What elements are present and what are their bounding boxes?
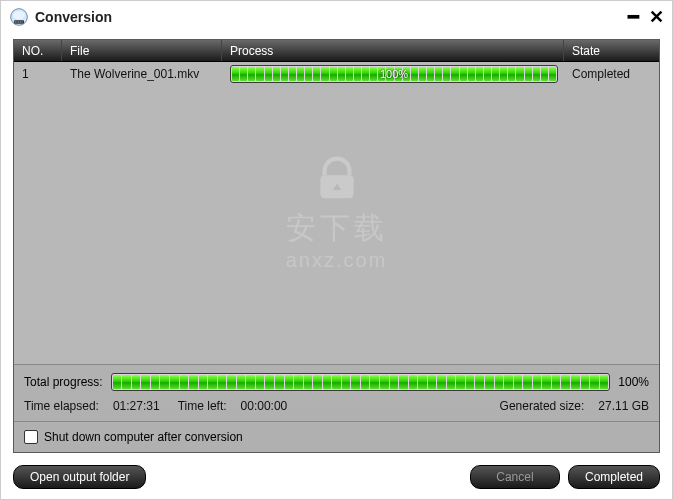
svg-rect-6	[20, 21, 21, 23]
elapsed-label: Time elapsed:	[24, 399, 99, 413]
bottom-info: Total progress: 100% Time elapsed:01:27:…	[14, 364, 659, 421]
cell-no: 1	[14, 67, 62, 81]
svg-rect-7	[22, 21, 23, 23]
table-body: 1 The Wolverine_001.mkv 100% Completed 安…	[14, 62, 659, 364]
row-progress-bar: 100%	[230, 65, 558, 83]
header-process[interactable]: Process	[222, 40, 564, 61]
total-progress-fill	[112, 374, 610, 390]
spacer	[154, 465, 462, 489]
header-no[interactable]: NO.	[14, 40, 62, 61]
timeleft-label: Time left:	[178, 399, 227, 413]
timeleft-value: 00:00:00	[241, 399, 288, 413]
table-row[interactable]: 1 The Wolverine_001.mkv 100% Completed	[14, 62, 659, 86]
completed-button[interactable]: Completed	[568, 465, 660, 489]
svg-point-1	[13, 11, 25, 19]
window-title: Conversion	[35, 9, 628, 25]
watermark-text-en: anxz.com	[286, 249, 388, 272]
table-header: NO. File Process State	[14, 40, 659, 62]
close-button[interactable]: ✕	[649, 10, 664, 24]
app-icon	[9, 7, 29, 27]
watermark: 安下载 anxz.com	[286, 155, 388, 272]
header-state[interactable]: State	[564, 40, 659, 61]
time-info-line: Time elapsed:01:27:31 Time left:00:00:00…	[24, 399, 649, 413]
total-progress-line: Total progress: 100%	[24, 373, 649, 391]
total-progress-label: Total progress:	[24, 375, 103, 389]
footer: Open output folder Cancel Completed	[1, 461, 672, 499]
watermark-text-cn: 安下载	[286, 208, 388, 249]
generated-label: Generated size:	[500, 399, 585, 413]
total-progress-bar	[111, 373, 611, 391]
svg-rect-8	[320, 175, 353, 198]
cell-process: 100%	[222, 65, 564, 83]
header-file[interactable]: File	[62, 40, 222, 61]
shutdown-label: Shut down computer after conversion	[44, 430, 243, 444]
svg-rect-4	[17, 21, 18, 23]
minimize-button[interactable]: ━	[628, 10, 639, 24]
window-buttons: ━ ✕	[628, 10, 664, 24]
cell-state: Completed	[564, 67, 659, 81]
generated-value: 27.11 GB	[598, 399, 649, 413]
content-panel: NO. File Process State 1 The Wolverine_0…	[13, 39, 660, 453]
titlebar: Conversion ━ ✕	[1, 1, 672, 33]
svg-rect-5	[18, 21, 19, 23]
elapsed-value: 01:27:31	[113, 399, 160, 413]
shutdown-checkbox[interactable]	[24, 430, 38, 444]
row-progress-label: 100%	[231, 66, 557, 82]
cell-file: The Wolverine_001.mkv	[62, 67, 222, 81]
svg-rect-3	[15, 21, 16, 23]
total-progress-pct: 100%	[618, 375, 649, 389]
shutdown-row: Shut down computer after conversion	[14, 421, 659, 452]
open-output-folder-button[interactable]: Open output folder	[13, 465, 146, 489]
cancel-button[interactable]: Cancel	[470, 465, 560, 489]
